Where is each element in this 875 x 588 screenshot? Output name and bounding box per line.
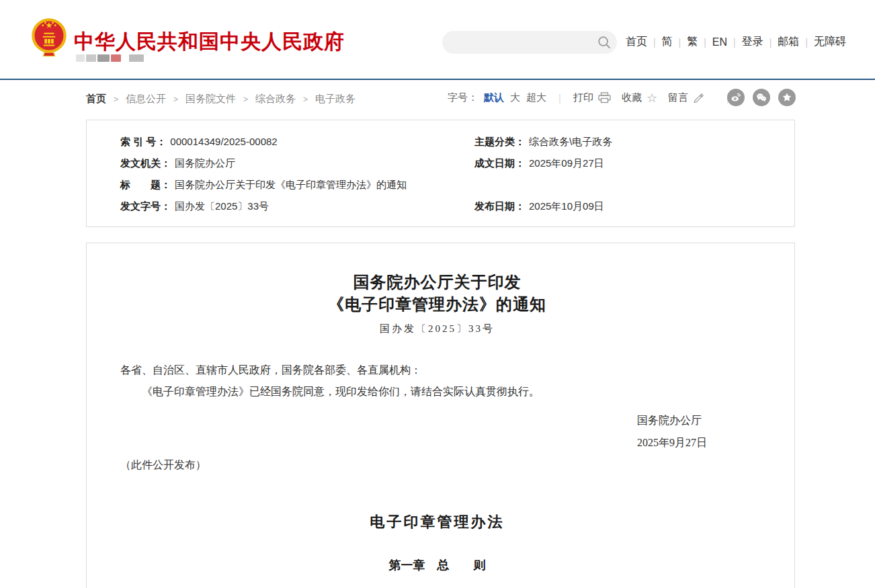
comment-label: 留言 (668, 91, 688, 104)
weibo-share-icon[interactable] (727, 89, 745, 106)
font-size-large-button[interactable]: 大 (510, 91, 520, 104)
breadcrumb-toolbar-row: 首页 > 信息公开 > 国务院文件 > 综合政务 > 电子政务 字号： 默认 大… (0, 80, 875, 118)
meta-issuing-agency: 发文机关：国务院办公厅 (120, 153, 474, 174)
sign-date: 2025年9月27日 (637, 431, 707, 454)
meta-value: 2025年10月09日 (529, 200, 604, 212)
wechat-share-icon[interactable] (753, 89, 770, 106)
public-release-note: （此件公开发布） (120, 454, 754, 476)
meta-label: 发文机关： (120, 157, 171, 169)
signature-block: 国务院办公厅 2025年9月27日 (637, 409, 707, 454)
meta-label: 发文字号： (120, 200, 171, 212)
favorite-button[interactable]: 收藏 ☆ (622, 91, 657, 104)
meta-index-number: 索 引 号：000014349/2025-00082 (120, 131, 474, 153)
meta-value: 国办发〔2025〕33号 (175, 200, 269, 212)
nav-mail[interactable]: 邮箱 (772, 35, 805, 49)
blurred-subtitle (76, 54, 144, 62)
breadcrumb-current-egov: 电子政务 (315, 93, 356, 106)
meta-value: 2025年09月27日 (529, 157, 604, 169)
favorite-label: 收藏 (622, 91, 642, 104)
meta-value: 国务院办公厅关于印发《电子印章管理办法》的通知 (175, 179, 407, 190)
nav-login[interactable]: 登录 (736, 35, 769, 49)
site-logo-link[interactable] (31, 17, 67, 60)
site-header: 中华人民共和国中央人民政府 首页 | 简 | 繁 | EN | 登录 | 邮箱 (0, 0, 875, 79)
measures-title: 电子印章管理办法 (120, 512, 754, 532)
nav-simplified[interactable]: 简 (656, 35, 679, 49)
pencil-icon (693, 93, 704, 103)
star-icon: ☆ (647, 92, 657, 104)
font-size-xlarge-button[interactable]: 超大 (526, 91, 546, 104)
meta-doc-number: 发文字号：国办发〔2025〕33号 (120, 196, 474, 217)
national-emblem-icon (31, 17, 67, 60)
print-label: 打印 (573, 91, 593, 104)
printer-icon (598, 92, 611, 103)
meta-value: 综合政务\电子政务 (529, 136, 612, 147)
document-content-box: 国务院办公厅关于印发 《电子印章管理办法》的通知 国办发〔2025〕33号 各省… (86, 243, 795, 588)
meta-label: 主题分类： (474, 136, 525, 147)
toolbar-divider: | (558, 92, 561, 103)
font-size-default-button[interactable]: 默认 (484, 91, 504, 104)
print-button[interactable]: 打印 (573, 91, 611, 104)
document-title-line2: 《电子印章管理办法》的通知 (328, 296, 546, 313)
signer: 国务院办公厅 (637, 409, 707, 431)
document-title-line1: 国务院办公厅关于印发 (353, 274, 522, 291)
salutation: 各省、自治区、直辖市人民政府，国务院各部委、各直属机构： (120, 360, 754, 381)
breadcrumb-separator: > (243, 95, 248, 104)
document-body: 各省、自治区、直辖市人民政府，国务院各部委、各直属机构： 《电子印章管理办法》已… (120, 360, 754, 403)
breadcrumb-home[interactable]: 首页 (86, 93, 106, 106)
meta-label: 发布日期： (474, 200, 525, 212)
document-metadata-box: 索 引 号：000014349/2025-00082 主题分类：综合政务\电子政… (86, 120, 795, 227)
qzone-share-icon[interactable] (778, 89, 796, 106)
chapter-one-heading: 第一章 总 则 (120, 557, 754, 573)
meta-date-published: 发布日期：2025年10月09日 (474, 196, 794, 217)
article-toolbar: 字号： 默认 大 超大 | 打印 收藏 ☆ 留言 (448, 91, 741, 104)
nav-english[interactable]: EN (706, 36, 733, 48)
top-nav: 首页 | 简 | 繁 | EN | 登录 | 邮箱 | 无障碍 (620, 35, 852, 49)
document-number: 国办发〔2025〕33号 (120, 323, 754, 335)
meta-value: 国务院办公厅 (175, 157, 235, 169)
meta-topic-category: 主题分类：综合政务\电子政务 (474, 131, 794, 153)
site-title[interactable]: 中华人民共和国中央人民政府 (74, 28, 345, 56)
breadcrumb-separator: > (303, 95, 308, 104)
meta-value: 000014349/2025-00082 (170, 136, 277, 147)
comment-button[interactable]: 留言 (668, 91, 704, 104)
breadcrumb: 首页 > 信息公开 > 国务院文件 > 综合政务 > 电子政务 (86, 93, 356, 106)
search-input[interactable] (442, 31, 591, 54)
meta-date-written: 成文日期：2025年09月27日 (474, 153, 794, 174)
share-bar (727, 89, 796, 106)
search-box (442, 31, 617, 54)
breadcrumb-general-affairs[interactable]: 综合政务 (255, 93, 296, 106)
breadcrumb-state-council-docs[interactable]: 国务院文件 (185, 93, 236, 106)
page: 中华人民共和国中央人民政府 首页 | 简 | 繁 | EN | 登录 | 邮箱 (0, 0, 875, 588)
font-size-label: 字号： (448, 91, 478, 104)
meta-label: 成文日期： (474, 157, 525, 169)
meta-label: 标 题： (120, 179, 171, 190)
breadcrumb-info-disclosure[interactable]: 信息公开 (126, 93, 166, 106)
search-button[interactable] (591, 31, 617, 54)
breadcrumb-separator: > (114, 95, 118, 104)
meta-title: 标 题：国务院办公厅关于印发《电子印章管理办法》的通知 (120, 174, 794, 196)
meta-label: 索 引 号： (120, 136, 166, 147)
document-title: 国务院办公厅关于印发 《电子印章管理办法》的通知 (120, 271, 754, 316)
nav-accessibility[interactable]: 无障碍 (808, 35, 852, 49)
breadcrumb-separator: > (173, 95, 178, 104)
body-paragraph: 《电子印章管理办法》已经国务院同意，现印发给你们，请结合实际认真贯彻执行。 (120, 381, 754, 403)
search-icon (597, 36, 611, 49)
nav-home[interactable]: 首页 (620, 35, 653, 49)
nav-traditional[interactable]: 繁 (681, 35, 704, 49)
